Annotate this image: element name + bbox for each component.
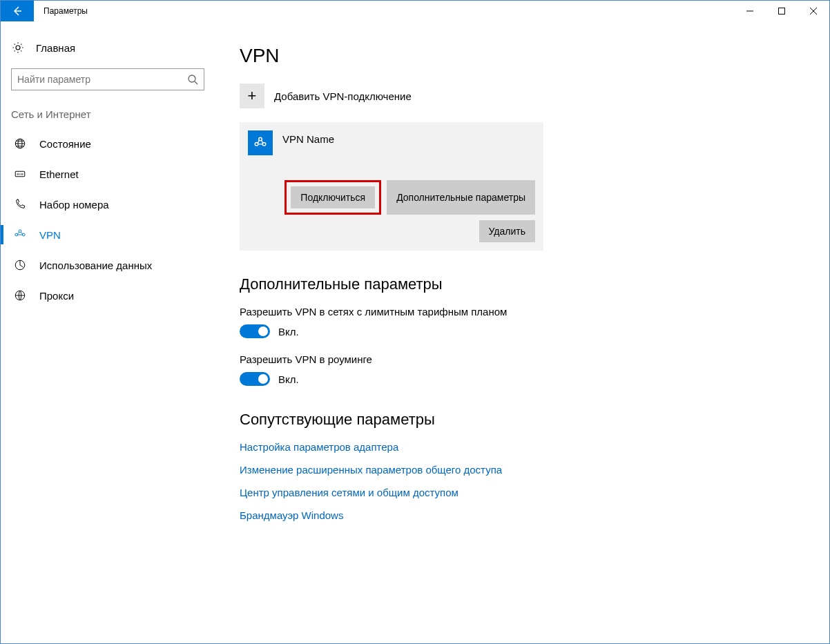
back-arrow-icon — [12, 6, 23, 17]
data-usage-icon — [13, 258, 27, 272]
sidebar-item-vpn[interactable]: VPN — [1, 219, 215, 250]
sidebar-item-dialup[interactable]: Набор номера — [1, 189, 215, 219]
ethernet-icon — [13, 167, 27, 181]
delete-button[interactable]: Удалить — [479, 220, 535, 242]
sidebar-home[interactable]: Главная — [1, 35, 215, 60]
sidebar-item-label: Набор номера — [39, 199, 109, 211]
phone-icon — [13, 197, 27, 211]
link-adapter-settings[interactable]: Настройка параметров адаптера — [240, 441, 829, 453]
close-button[interactable] — [798, 1, 829, 21]
toggle-switch-roaming[interactable] — [240, 372, 270, 386]
svg-rect-4 — [15, 171, 25, 177]
add-vpn-label: Добавить VPN-подключение — [274, 90, 412, 102]
sidebar-item-label: VPN — [39, 229, 61, 241]
sidebar-item-label: Прокси — [39, 290, 74, 302]
window-controls — [734, 1, 829, 21]
sidebar-item-label: Использование данных — [39, 260, 152, 271]
sidebar-item-datausage[interactable]: Использование данных — [1, 250, 215, 280]
vpn-connection-icon — [248, 130, 273, 155]
toggle-label: Разрешить VPN в роуминге — [240, 353, 829, 365]
content-area: VPN + Добавить VPN-подключение VPN Name … — [215, 21, 829, 643]
search-icon — [187, 74, 198, 85]
toggle-metered: Разрешить VPN в сетях с лимитным тарифны… — [240, 306, 829, 338]
highlight-annotation: Подключиться — [284, 180, 381, 215]
sidebar-item-status[interactable]: Состояние — [1, 128, 215, 159]
maximize-button[interactable] — [766, 1, 798, 21]
toggle-state: Вкл. — [278, 373, 299, 385]
plus-icon: + — [240, 84, 264, 108]
connect-button[interactable]: Подключиться — [291, 186, 375, 208]
advanced-section-heading: Дополнительные параметры — [240, 275, 829, 293]
related-section-heading: Сопутствующие параметры — [240, 411, 829, 429]
sidebar-home-label: Главная — [36, 42, 75, 54]
search-box[interactable] — [11, 68, 204, 90]
sidebar-item-proxy[interactable]: Прокси — [1, 280, 215, 311]
vpn-connection-card[interactable]: VPN Name Подключиться Дополнительные пар… — [240, 122, 543, 251]
globe-icon — [13, 137, 27, 150]
toggle-state: Вкл. — [278, 326, 299, 338]
proxy-icon — [13, 289, 27, 302]
link-network-center[interactable]: Центр управления сетями и общим доступом — [240, 487, 829, 498]
minimize-button[interactable] — [734, 1, 766, 21]
link-firewall[interactable]: Брандмауэр Windows — [240, 509, 829, 521]
add-vpn-row[interactable]: + Добавить VPN-подключение — [240, 84, 829, 108]
svg-point-7 — [19, 230, 21, 233]
link-sharing-settings[interactable]: Изменение расширенных параметров общего … — [240, 464, 829, 476]
toggle-switch-metered[interactable] — [240, 324, 270, 338]
sidebar-item-label: Ethernet — [39, 168, 79, 180]
svg-point-12 — [259, 137, 262, 141]
back-button[interactable] — [1, 1, 34, 21]
gear-icon — [11, 41, 25, 55]
toggle-label: Разрешить VPN в сетях с лимитным тарифны… — [240, 306, 829, 318]
advanced-options-button[interactable]: Дополнительные параметры — [387, 180, 535, 215]
vpn-icon — [13, 228, 27, 242]
sidebar-item-ethernet[interactable]: Ethernet — [1, 159, 215, 189]
vpn-connection-name: VPN Name — [282, 130, 334, 145]
sidebar-section-title: Сеть и Интернет — [1, 104, 215, 128]
page-title: VPN — [240, 45, 829, 67]
svg-point-1 — [189, 75, 195, 82]
sidebar: Главная Сеть и Интернет Состояние Ethern… — [1, 21, 215, 643]
toggle-roaming: Разрешить VPN в роуминге Вкл. — [240, 353, 829, 386]
search-input[interactable] — [17, 74, 187, 85]
title-bar: Параметры — [1, 1, 829, 21]
svg-rect-0 — [779, 8, 785, 14]
sidebar-item-label: Состояние — [39, 138, 91, 150]
window-title: Параметры — [34, 1, 734, 21]
